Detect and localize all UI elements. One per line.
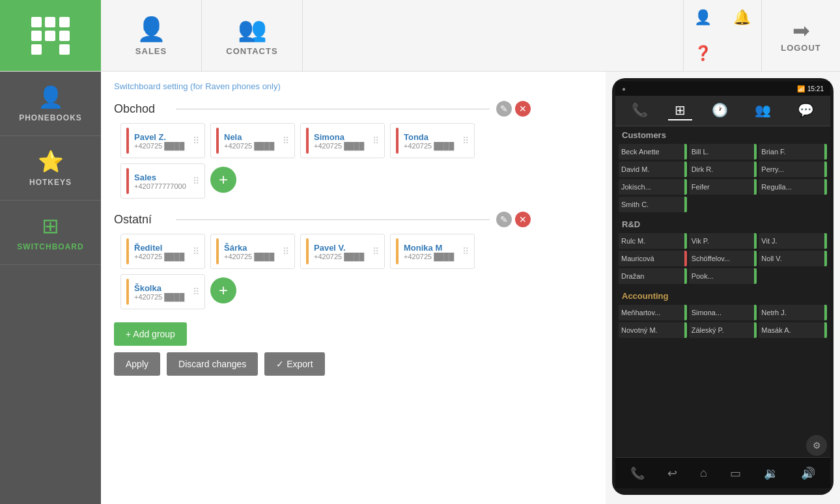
notification-icon[interactable]: 🔔: [723, 0, 762, 36]
card-name[interactable]: Monika M: [404, 243, 459, 253]
phone-settings-button[interactable]: ⚙: [806, 435, 827, 456]
phone-contact[interactable]: Dražan: [619, 268, 687, 284]
phone-contact[interactable]: Rulc M.: [619, 233, 687, 249]
phone-contact[interactable]: Záleský P.: [689, 322, 757, 338]
phone-contact[interactable]: Jokisch...: [619, 179, 687, 195]
phone-recents-btn[interactable]: ▭: [730, 466, 741, 481]
contact-card: Sales +420777777000 ⠿: [120, 163, 205, 199]
app-logo[interactable]: [0, 0, 101, 71]
logout-label: LOGOUT: [781, 43, 821, 53]
phone-contact[interactable]: Schöffelov...: [689, 251, 757, 266]
group-ostatni-delete[interactable]: ✕: [515, 212, 531, 227]
phone-contact[interactable]: Noll V.: [759, 251, 827, 266]
phone-contact[interactable]: Feifer: [689, 179, 757, 195]
card-name[interactable]: Nela: [224, 132, 279, 142]
drag-handle-icon[interactable]: ⠿: [193, 176, 199, 186]
phone-contact[interactable]: Vik P.: [689, 233, 757, 249]
add-contact-obchod[interactable]: +: [210, 167, 236, 193]
phone-contact[interactable]: Dirk R.: [689, 161, 757, 177]
phone-contact[interactable]: Beck Anette: [619, 144, 687, 160]
group-ostatni-edit[interactable]: ✎: [496, 212, 512, 227]
phone-tab-call[interactable]: 📞: [625, 101, 654, 120]
card-name[interactable]: Školka: [134, 283, 189, 293]
drag-handle-icon[interactable]: ⠿: [462, 246, 469, 257]
card-name[interactable]: Sales: [134, 173, 189, 182]
sidebar-item-switchboard[interactable]: ⊞ SWITCHBOARD: [0, 201, 101, 265]
group-ostatni-items: Ředitel +420725 ████ ⠿ Šárka +420725 ███…: [114, 234, 531, 309]
group-obchod-line: [176, 109, 490, 109]
phone-contact[interactable]: David M.: [619, 161, 687, 177]
phone-contact[interactable]: Netrh J.: [759, 305, 827, 320]
top-nav: 👤 SALES 👥 CONTACTS 👤 🔔 ❓ ➡ LOGOUT: [0, 0, 840, 72]
card-info: Pavel Z. +420725 ████: [134, 132, 189, 150]
card-bar: [126, 128, 129, 154]
phone-contact[interactable]: Perry...: [759, 161, 827, 177]
phone-contact[interactable]: Masák A.: [759, 322, 827, 338]
card-bar: [126, 168, 129, 194]
phone-call-btn[interactable]: 📞: [630, 466, 645, 481]
phone-tab-history[interactable]: 🕐: [705, 101, 735, 120]
phone-tab-chat[interactable]: 💬: [791, 101, 820, 120]
help-icon[interactable]: ❓: [684, 36, 723, 72]
card-name[interactable]: Pavel Z.: [134, 132, 189, 142]
switchboard-note[interactable]: Switchboard setting (for Raven phones on…: [114, 81, 593, 91]
card-info: Monika M +420725 ████: [404, 243, 459, 260]
phone-contact[interactable]: Meňhartov...: [619, 305, 687, 320]
export-button[interactable]: ✓ Export: [264, 352, 324, 376]
phone-tab-grid[interactable]: ⊞: [668, 101, 692, 120]
card-name[interactable]: Ředitel: [134, 243, 189, 253]
drag-handle-icon[interactable]: ⠿: [283, 135, 289, 146]
phone-contact[interactable]: Bill L.: [689, 144, 757, 160]
drag-handle-icon[interactable]: ⠿: [372, 246, 379, 257]
nav-contacts[interactable]: 👥 CONTACTS: [202, 0, 303, 71]
phone-contact[interactable]: Regulla...: [759, 179, 827, 195]
card-name[interactable]: Tonda: [404, 132, 459, 142]
group-obchod-delete[interactable]: ✕: [515, 101, 531, 117]
card-bar: [396, 238, 399, 264]
phone-back-btn[interactable]: ↩: [667, 466, 677, 481]
card-phone: +420725 ████: [134, 253, 189, 260]
phone-vol-up-btn[interactable]: 🔊: [801, 466, 815, 481]
phone-contact[interactable]: Pook...: [689, 268, 757, 284]
drag-handle-icon[interactable]: ⠿: [283, 246, 289, 257]
phone-tab-bar: 📞 ⊞ 🕐 👥 💬: [615, 96, 830, 126]
card-name[interactable]: Simona: [314, 132, 369, 142]
phone-tab-contacts[interactable]: 👥: [748, 101, 777, 120]
add-contact-ostatni[interactable]: +: [210, 277, 236, 303]
card-name[interactable]: Šárka: [224, 243, 279, 253]
drag-handle-icon[interactable]: ⠿: [193, 135, 199, 146]
group-obchod-edit[interactable]: ✎: [496, 101, 512, 117]
apply-button[interactable]: Apply: [114, 352, 160, 376]
card-info: Pavel V. +420725 ████: [314, 243, 369, 260]
card-phone: +420725 ████: [224, 142, 279, 150]
phone-vol-down-btn[interactable]: 🔉: [764, 466, 778, 481]
phone-home-btn[interactable]: ⌂: [700, 466, 707, 480]
phone-contact[interactable]: Simona...: [689, 305, 757, 320]
add-group-button[interactable]: + Add group: [114, 322, 187, 346]
phone-preview: ● 📶 15:21 📞 ⊞ 🕐 👥 💬 Customers Beck Anet: [606, 72, 840, 504]
user-icon[interactable]: 👤: [684, 0, 723, 36]
card-bar: [126, 238, 129, 264]
sidebar-item-hotkeys[interactable]: ⭐ HOTKEYS: [0, 136, 101, 201]
phone-contact[interactable]: Brian F.: [759, 144, 827, 160]
switchboard-label: SWITCHBOARD: [17, 242, 83, 251]
phone-contact[interactable]: Novotný M.: [619, 322, 687, 338]
sidebar-item-phonebooks[interactable]: 👤 PHONEBOOKS: [0, 72, 101, 136]
group-obchod-items: Pavel Z. +420725 ████ ⠿ Nela +420725 ███…: [114, 123, 531, 199]
nav-sales[interactable]: 👤 SALES: [101, 0, 202, 71]
discard-changes-button[interactable]: Discard changes: [167, 352, 258, 376]
phone-contact[interactable]: Mauricová: [619, 251, 687, 266]
drag-handle-icon[interactable]: ⠿: [462, 135, 469, 146]
phone-contact[interactable]: Smith C.: [619, 197, 687, 212]
card-phone: +420725 ████: [224, 253, 279, 260]
toolbar: + Add group: [114, 322, 531, 346]
sales-icon: 👤: [137, 16, 166, 43]
logout-button[interactable]: ➡ LOGOUT: [762, 0, 840, 71]
phone-contact[interactable]: Vit J.: [759, 233, 827, 249]
contact-card: Tonda +420725 ████ ⠿: [390, 123, 475, 158]
drag-handle-icon[interactable]: ⠿: [193, 287, 199, 297]
card-phone: +420725 ████: [134, 142, 189, 150]
drag-handle-icon[interactable]: ⠿: [193, 246, 199, 257]
card-name[interactable]: Pavel V.: [314, 243, 369, 253]
drag-handle-icon[interactable]: ⠿: [372, 135, 379, 146]
